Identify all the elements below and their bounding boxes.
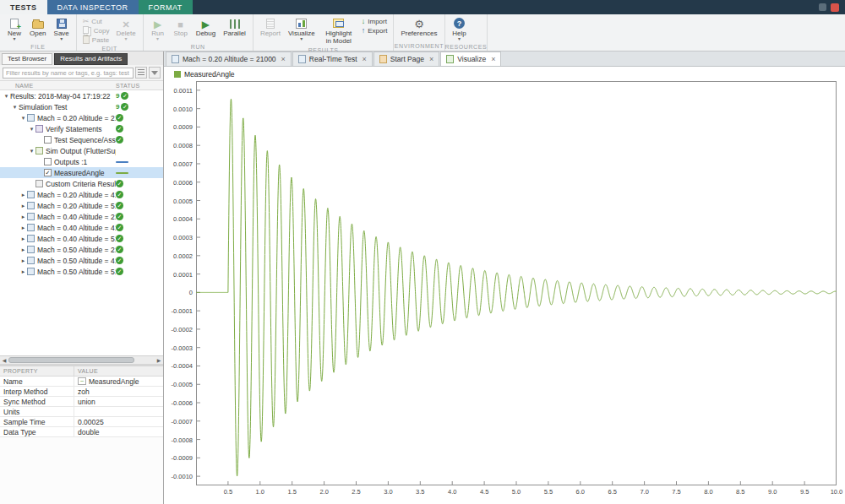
document-tab[interactable]: Visualize× [440, 51, 501, 66]
y-tick-label: -0.0007 [172, 417, 193, 425]
run-button[interactable]: Run▾ [148, 16, 168, 42]
expander-icon[interactable]: ▸ [19, 236, 27, 242]
chevron-down-icon: ▾ [125, 37, 128, 41]
property-value: 0.00025 [74, 418, 163, 426]
save-button[interactable]: Save▾ [52, 16, 72, 42]
tree-row[interactable]: ▸Mach = 0.20 Altitude = 41000✓ [0, 189, 163, 200]
close-tab-icon[interactable]: × [491, 55, 495, 63]
app-badge-icon[interactable] [831, 3, 839, 12]
expander-icon[interactable]: ▸ [19, 192, 27, 198]
tab-results-and-artifacts[interactable]: Results and Artifacts [54, 53, 128, 65]
expander-icon[interactable]: ▸ [19, 225, 27, 231]
pass-check-icon: ✓ [116, 257, 123, 264]
tree-row[interactable]: ▾Verify Statements✓ [0, 123, 163, 134]
property-row[interactable]: Data Typedouble [0, 427, 163, 437]
horizontal-scrollbar[interactable]: ◀ ▶ [0, 355, 163, 364]
copy-button[interactable]: Copy [81, 26, 112, 35]
document-tab[interactable]: Start Page× [373, 51, 439, 66]
expander-icon[interactable]: ▾ [28, 126, 35, 133]
report-button[interactable]: Report [258, 16, 283, 38]
close-tab-icon[interactable]: × [429, 55, 433, 63]
expander-icon[interactable]: ▸ [19, 247, 27, 253]
plot[interactable] [196, 81, 837, 485]
tree-row[interactable]: Outputs :1 [0, 156, 163, 167]
y-tick-label: -0.0010 [172, 473, 193, 480]
tab-format[interactable]: FORMAT [139, 0, 193, 14]
tree-row[interactable]: ▸Mach = 0.20 Altitude = 51000✓ [0, 200, 163, 211]
property-row[interactable]: NameMeasuredAngle [0, 377, 163, 387]
filter-row [0, 65, 163, 80]
help-button[interactable]: ?Help▾ [450, 16, 470, 42]
paste-label: Paste [92, 36, 109, 44]
scroll-right-icon[interactable]: ▶ [155, 357, 163, 363]
expander-icon[interactable]: ▸ [19, 214, 27, 220]
debug-icon [202, 16, 210, 31]
tree-row[interactable]: ▸Mach = 0.50 Altitude = 51000✓ [0, 266, 163, 277]
expander-icon[interactable]: ▾ [11, 104, 19, 111]
import-button[interactable]: Import [360, 17, 390, 25]
filter-button[interactable] [149, 67, 161, 79]
document-tab-label: Visualize [457, 55, 486, 63]
expander-icon[interactable]: ▾ [3, 93, 10, 100]
highlight-in-model-button[interactable]: Highlight in Model [320, 16, 357, 46]
export-button[interactable]: Export [360, 26, 390, 35]
tree-row[interactable]: ▾Mach = 0.20 Altitude = 21000✓ [0, 112, 163, 123]
tab-tests[interactable]: TESTS [0, 0, 47, 14]
scroll-left-icon[interactable]: ◀ [0, 357, 8, 363]
new-button[interactable]: New▾ [4, 16, 25, 42]
visualize-icon [446, 55, 454, 63]
expander-icon[interactable]: ▸ [19, 257, 27, 264]
filter-results-input[interactable] [3, 68, 134, 79]
expander-icon[interactable]: ▾ [19, 115, 27, 122]
scrollbar-track[interactable] [8, 356, 155, 365]
property-row[interactable]: Sample Time0.00025 [0, 417, 163, 427]
tab-test-browser[interactable]: Test Browser [2, 53, 52, 65]
expander-icon[interactable]: ▾ [28, 148, 35, 154]
expander-icon[interactable]: ▸ [19, 268, 27, 275]
row-checkbox[interactable]: ✓ [44, 169, 52, 176]
tab-data-inspector[interactable]: DATA INSPECTOR [47, 0, 139, 14]
y-tick-label: 0.0004 [173, 215, 193, 223]
open-button[interactable]: Open [27, 16, 49, 38]
property-value-text: 0.00025 [78, 418, 104, 426]
document-tab[interactable]: Real-Time Test× [292, 51, 373, 66]
delete-button[interactable]: Delete▾ [114, 16, 139, 42]
funnel-icon [151, 71, 158, 75]
row-checkbox[interactable] [44, 158, 52, 165]
row-checkbox[interactable] [44, 136, 52, 144]
tree-row[interactable]: ▾Sim Output (FlutterSuppress [0, 145, 163, 156]
document-tab[interactable]: Mach = 0.20 Altitude = 21000× [166, 51, 292, 66]
preferences-button[interactable]: Preferences [398, 16, 439, 38]
stop-button[interactable]: Stop [171, 16, 191, 38]
tree-row[interactable]: ▾Simulation Test9✓ [0, 101, 163, 112]
paste-button[interactable]: Paste [81, 35, 112, 44]
tree-row[interactable]: ▾Results: 2018-May-04 17:19:229✓ [0, 90, 163, 101]
tree-row[interactable]: Custom Criteria Result✓ [0, 178, 163, 189]
pass-check-icon: ✓ [116, 202, 123, 209]
tree-row[interactable]: ▸Mach = 0.40 Altitude = 21000✓ [0, 211, 163, 222]
compare-results-button[interactable] [135, 67, 147, 79]
property-row[interactable]: Units [0, 407, 163, 417]
cut-button[interactable]: Cut [81, 17, 112, 25]
toolstrip-corner-icon[interactable] [819, 3, 826, 11]
tree-row[interactable]: ▸Mach = 0.40 Altitude = 51000✓ [0, 233, 163, 244]
visualize-button[interactable]: Visualize▾ [286, 16, 318, 42]
toolstrip-tab-bar: TESTS DATA INSPECTOR FORMAT [0, 0, 845, 14]
tree-row[interactable]: ▸Mach = 0.50 Altitude = 41000✓ [0, 255, 163, 266]
expander-icon[interactable]: ▸ [19, 203, 27, 209]
tree-row[interactable]: Test Sequence/Asses...✓ [0, 134, 163, 145]
preferences-label: Preferences [401, 30, 437, 37]
scrollbar-thumb[interactable] [8, 357, 134, 363]
close-tab-icon[interactable]: × [281, 55, 286, 63]
tree-row[interactable]: ✓MeasuredAngle [0, 167, 163, 178]
parallel-button[interactable]: Parallel [221, 16, 248, 38]
debug-button[interactable]: Debug [194, 16, 219, 38]
tree-row[interactable]: ▸Mach = 0.40 Altitude = 41000✓ [0, 222, 163, 233]
property-row[interactable]: Interp Methodzoh [0, 387, 163, 397]
property-row[interactable]: Sync Methodunion [0, 397, 163, 407]
tree-row[interactable]: ▸Mach = 0.50 Altitude = 21000✓ [0, 244, 163, 255]
signal-line-swatch [116, 161, 128, 163]
cut-label: Cut [91, 18, 101, 25]
close-tab-icon[interactable]: × [363, 55, 367, 63]
y-tick-label: 0.0009 [173, 123, 193, 131]
